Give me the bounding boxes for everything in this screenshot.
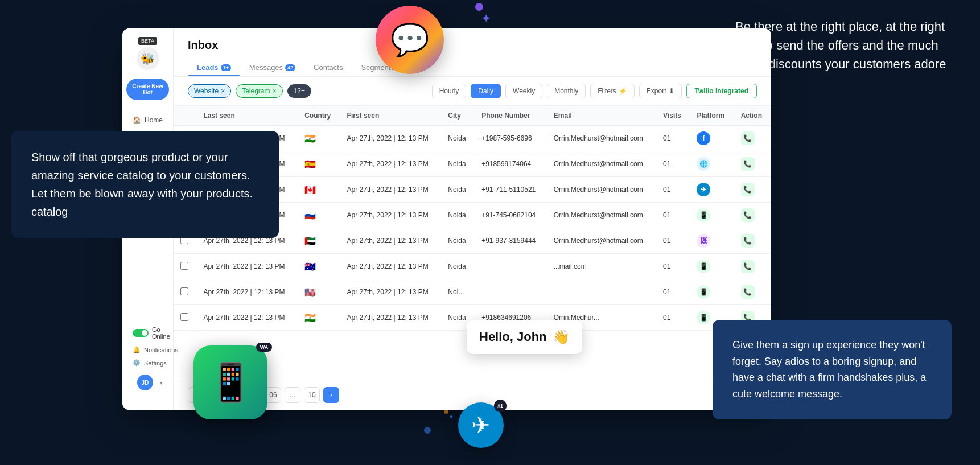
- action-cell[interactable]: 📞: [734, 177, 771, 203]
- last-seen-cell: Apr 27th, 2022 | 12: 13 PM: [196, 254, 298, 279]
- country-cell: 🇦🇺: [298, 254, 340, 279]
- messenger-icon: 💬: [376, 6, 444, 74]
- hello-text: Hello, John: [479, 330, 547, 344]
- tab-messages[interactable]: Messages 42: [240, 59, 304, 76]
- country-cell: 🇦🇪: [298, 228, 340, 254]
- toolbar: Website × Telegram × 12+ Hourly Daily We…: [174, 77, 771, 106]
- notifications-label: Notifications: [144, 347, 178, 353]
- go-online-toggle[interactable]: [133, 329, 149, 337]
- filters-button[interactable]: Filters ⚡: [590, 84, 635, 98]
- hourly-button[interactable]: Hourly: [432, 84, 467, 98]
- daily-button[interactable]: Daily: [471, 84, 501, 98]
- monthly-button[interactable]: Monthly: [547, 84, 586, 98]
- platform-cell: 🌐: [690, 151, 734, 177]
- tab-contacts[interactable]: Contacts: [304, 59, 352, 76]
- main-header: Inbox Leads 1+ Messages 42 Contacts Segm…: [174, 28, 771, 77]
- go-online-row[interactable]: Go Online: [128, 323, 167, 343]
- email-cell: ...mail.com: [547, 254, 656, 279]
- sidebar-item-settings[interactable]: ⚙️ Settings: [128, 356, 167, 369]
- email-cell: Orrin.Medhurst@hotmail.com: [547, 126, 656, 151]
- avatar[interactable]: JD: [137, 375, 153, 390]
- whatsapp-icon: 📱 WA: [193, 345, 267, 419]
- call-button[interactable]: 📞: [741, 183, 755, 196]
- go-online-label: Go Online: [152, 326, 170, 340]
- platform-cell: 🖼: [690, 228, 734, 254]
- filter-icon: ⚡: [619, 87, 627, 95]
- first-seen-cell: Apr 27th, 2022 | 12: 13 PM: [340, 151, 442, 177]
- row-checkbox[interactable]: [174, 254, 196, 279]
- country-cell: 🇷🇺: [298, 203, 340, 228]
- hello-bubble: Hello, John 👋: [467, 320, 582, 354]
- email-cell: [547, 279, 656, 305]
- phone-cell: +91-937-3159444: [475, 228, 547, 254]
- call-button[interactable]: 📞: [741, 260, 755, 273]
- filter-website[interactable]: Website ×: [188, 84, 231, 98]
- city-cell: Noida: [441, 177, 475, 203]
- sidebar-bottom: Go Online 🔔 Notifications ⚙️ Settings JD…: [122, 317, 173, 401]
- col-phone: Phone Number: [475, 106, 547, 126]
- home-label: Home: [145, 116, 163, 124]
- first-seen-cell: Apr 27th, 2022 | 12: 13 PM: [340, 177, 442, 203]
- platform-cell: 📱: [690, 279, 734, 305]
- col-platform: Platform: [690, 106, 734, 126]
- first-seen-cell: Apr 27th, 2022 | 12: 13 PM: [340, 279, 442, 305]
- wave-emoji: 👋: [553, 329, 570, 345]
- last-seen-cell: Apr 27th, 2022 | 12: 13 PM: [196, 279, 298, 305]
- action-cell[interactable]: 📞: [734, 279, 771, 305]
- sidebar-item-notifications[interactable]: 🔔 Notifications: [128, 343, 167, 356]
- visits-cell: 01: [656, 126, 690, 151]
- tab-leads[interactable]: Leads 1+: [188, 59, 240, 76]
- action-cell[interactable]: 📞: [734, 126, 771, 151]
- page-title: Inbox: [188, 39, 757, 52]
- city-cell: Noida: [441, 228, 475, 254]
- first-seen-cell: Apr 27th, 2022 | 12: 13 PM: [340, 305, 442, 331]
- first-seen-cell: Apr 27th, 2022 | 12: 13 PM: [340, 228, 442, 254]
- email-cell: Orrin.Medhurst@hotmail.com: [547, 151, 656, 177]
- page-10-button[interactable]: 10: [304, 387, 320, 403]
- call-button[interactable]: 📞: [741, 234, 755, 248]
- phone-cell: +1987-595-6696: [475, 126, 547, 151]
- platform-cell: ✈: [690, 177, 734, 203]
- bottom-right-description: Give them a sign up experience they won'…: [713, 320, 952, 419]
- twilio-button[interactable]: Twilio Integrated: [686, 84, 757, 98]
- phone-cell: [475, 279, 547, 305]
- page-06-button[interactable]: 06: [265, 387, 281, 403]
- download-icon: ⬇: [669, 87, 674, 95]
- call-button[interactable]: 📞: [741, 208, 755, 222]
- visits-cell: 01: [656, 228, 690, 254]
- call-button[interactable]: 📞: [741, 131, 755, 145]
- col-action: Action: [734, 106, 771, 126]
- sidebar-item-home[interactable]: 🏠 Home: [122, 112, 173, 129]
- export-button[interactable]: Export ⬇: [639, 84, 682, 98]
- filter-telegram[interactable]: Telegram ×: [236, 84, 282, 98]
- action-cell[interactable]: 📞: [734, 228, 771, 254]
- action-cell[interactable]: 📞: [734, 254, 771, 279]
- row-checkbox[interactable]: [174, 279, 196, 305]
- table-row: Apr 27th, 2022 | 12: 13 PM 🇺🇸 Apr 27th, …: [174, 279, 771, 305]
- create-bot-button[interactable]: Create New Bot: [126, 79, 169, 100]
- settings-label: Settings: [144, 360, 167, 367]
- telegram-badge: #1: [494, 400, 507, 412]
- col-visits: Visits: [656, 106, 690, 126]
- weekly-button[interactable]: Weekly: [505, 84, 542, 98]
- bell-icon: 🔔: [133, 346, 141, 353]
- action-cell[interactable]: 📞: [734, 151, 771, 177]
- city-cell: Noida: [441, 126, 475, 151]
- col-first-seen: First seen: [340, 106, 442, 126]
- visits-cell: 01: [656, 177, 690, 203]
- call-button[interactable]: 📞: [741, 157, 755, 171]
- bottom-left-description: Show off that gorgeous product or your a…: [11, 131, 279, 238]
- action-cell[interactable]: 📞: [734, 203, 771, 228]
- call-button[interactable]: 📞: [741, 285, 755, 299]
- whatsapp-badge: WA: [256, 343, 272, 352]
- close-icon[interactable]: ×: [273, 87, 277, 95]
- visits-cell: 01: [656, 305, 690, 331]
- last-seen-cell: Apr 27th, 2022 | 12: 13 PM: [196, 305, 298, 331]
- page-ellipsis: ...: [285, 387, 300, 403]
- close-icon[interactable]: ×: [221, 87, 225, 95]
- col-email: Email: [547, 106, 656, 126]
- row-checkbox[interactable]: [174, 305, 196, 331]
- filter-more[interactable]: 12+: [287, 84, 311, 98]
- settings-icon: ⚙️: [133, 359, 141, 367]
- next-page-button[interactable]: ›: [323, 387, 339, 403]
